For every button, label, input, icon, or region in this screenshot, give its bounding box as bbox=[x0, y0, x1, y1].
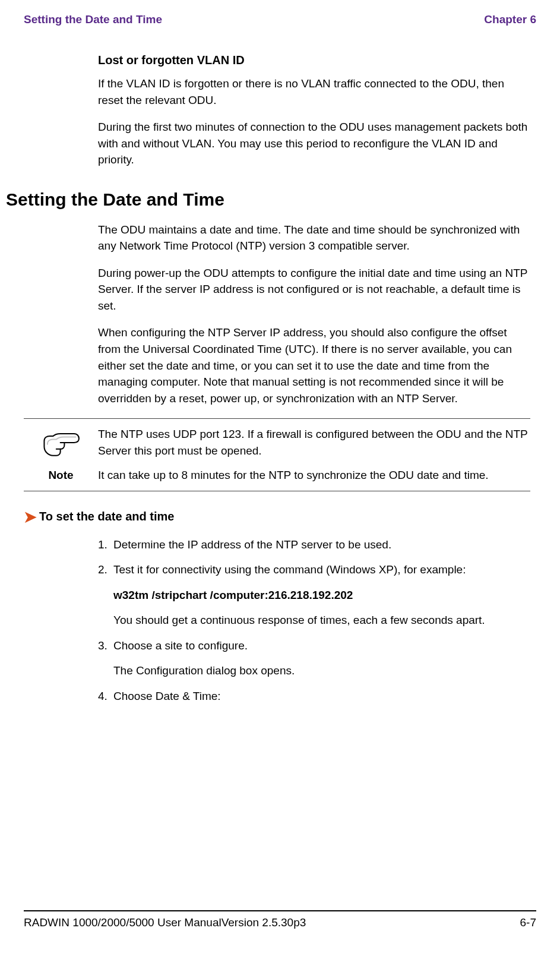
step-1: 1. Determine the IP address of the NTP s… bbox=[98, 537, 530, 554]
running-head-left: Setting the Date and Time bbox=[24, 13, 162, 26]
lost-vlan-p1: If the VLAN ID is forgotten or there is … bbox=[98, 75, 530, 108]
step-2: 2. Test it for connectivity using the co… bbox=[98, 561, 530, 579]
footer-row: RADWIN 1000/2000/5000 User ManualVersion… bbox=[24, 916, 536, 929]
step-3: 3. Choose a site to configure. bbox=[98, 638, 530, 655]
datetime-p3: When configuring the NTP Server IP addre… bbox=[98, 324, 530, 406]
step-1-number: 1. bbox=[98, 537, 113, 554]
running-head-right: Chapter 6 bbox=[484, 13, 536, 26]
step-3-text: Choose a site to configure. bbox=[113, 638, 530, 655]
step-4: 4. Choose Date & Time: bbox=[98, 688, 530, 705]
step-3-number: 3. bbox=[98, 638, 113, 655]
footer-rule bbox=[24, 910, 536, 911]
note-block: Note The NTP uses UDP port 123. If a fir… bbox=[24, 418, 530, 491]
lost-vlan-heading: Lost or forgotten VLAN ID bbox=[98, 53, 530, 67]
note-p2: It can take up to 8 minutes for the NTP … bbox=[98, 467, 530, 484]
procedure-heading: ➤ To set the date and time bbox=[24, 509, 530, 525]
lost-vlan-p2: During the first two minutes of connecti… bbox=[98, 119, 530, 168]
step-3-result: The Configuration dialog box opens. bbox=[113, 662, 530, 680]
page-header: Setting the Date and Time Chapter 6 bbox=[24, 13, 536, 26]
step-4-number: 4. bbox=[98, 688, 113, 705]
chevron-right-icon: ➤ bbox=[24, 509, 37, 525]
page-footer: RADWIN 1000/2000/5000 User ManualVersion… bbox=[24, 910, 536, 929]
step-4-text: Choose Date & Time: bbox=[113, 688, 530, 705]
step-1-text: Determine the IP address of the NTP serv… bbox=[113, 537, 530, 554]
step-2-text: Test it for connectivity using the comma… bbox=[113, 561, 530, 579]
note-gutter: Note bbox=[24, 426, 98, 482]
note-text: The NTP uses UDP port 123. If a firewall… bbox=[98, 426, 530, 484]
step-2-result: You should get a continuous response of … bbox=[113, 612, 530, 629]
setting-date-time-heading: Setting the Date and Time bbox=[6, 190, 530, 210]
content-column: Lost or forgotten VLAN ID If the VLAN ID… bbox=[98, 53, 530, 705]
procedure-title: To set the date and time bbox=[39, 510, 174, 523]
step-2-number: 2. bbox=[98, 561, 113, 579]
note-p1: The NTP uses UDP port 123. If a firewall… bbox=[98, 426, 530, 459]
datetime-p2: During power-up the ODU attempts to conf… bbox=[98, 265, 530, 314]
note-label: Note bbox=[48, 469, 73, 482]
pointing-hand-icon bbox=[41, 428, 81, 464]
footer-left: RADWIN 1000/2000/5000 User ManualVersion… bbox=[24, 916, 306, 929]
footer-page-number: 6-7 bbox=[520, 916, 536, 929]
datetime-p1: The ODU maintains a date and time. The d… bbox=[98, 222, 530, 254]
step-2-command: w32tm /stripchart /computer:216.218.192.… bbox=[113, 587, 530, 604]
page: Setting the Date and Time Chapter 6 Lost… bbox=[0, 0, 560, 953]
